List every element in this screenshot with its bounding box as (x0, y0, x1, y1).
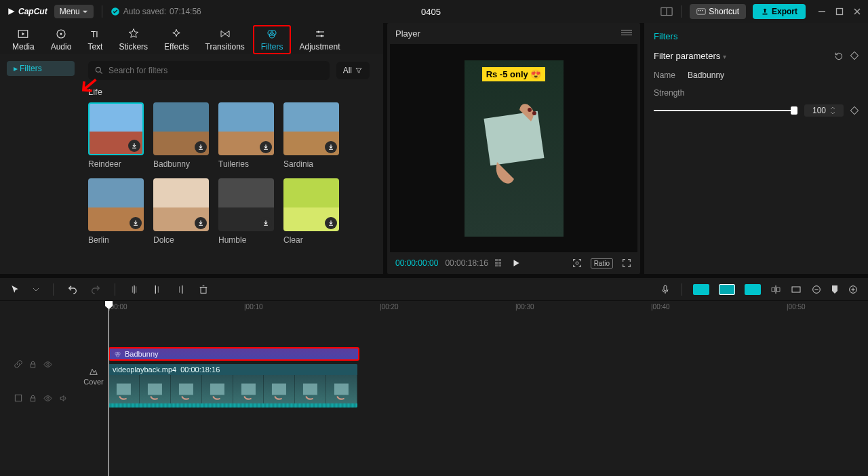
sidebar-item-filters[interactable]: ▸ Filters (7, 61, 75, 76)
shortcut-button[interactable]: Shortcut (690, 4, 746, 19)
tab-filters[interactable]: Filters (253, 25, 292, 54)
tab-transitions[interactable]: Transitions (197, 25, 253, 54)
track-mode1-icon[interactable] (693, 284, 709, 295)
split-left-icon[interactable] (152, 284, 163, 295)
ratio-button[interactable]: Ratio (591, 258, 613, 269)
download-icon[interactable] (260, 217, 272, 229)
maximize-icon[interactable] (835, 7, 844, 16)
delete-icon[interactable] (198, 284, 209, 295)
search-input[interactable] (88, 61, 330, 80)
zoom-out-icon[interactable] (811, 284, 822, 295)
filter-label: Clear (283, 235, 339, 245)
tab-adjustment[interactable]: Adjustment (291, 25, 348, 54)
export-button[interactable]: Export (753, 4, 806, 19)
minimize-icon[interactable] (818, 7, 826, 16)
mic-icon[interactable] (660, 284, 671, 295)
filter-card-clear[interactable]: Clear (283, 178, 339, 245)
filters-sidebar: ▸ Filters (0, 54, 81, 274)
svg-rect-9 (837, 9, 843, 15)
filter-card-sardinia[interactable]: Sardinia (283, 102, 339, 169)
svg-rect-70 (179, 384, 193, 395)
svg-rect-73 (272, 384, 286, 395)
lock-icon[interactable] (28, 360, 37, 369)
autosave-status: Auto saved: 07:14:56 (111, 7, 201, 16)
tab-text[interactable]: TIText (79, 25, 111, 54)
filter-card-dolce[interactable]: Dolce (153, 178, 209, 245)
timeline-filter-clip[interactable]: Badbunny (108, 347, 359, 361)
cover-button[interactable]: Cover (81, 365, 106, 386)
player-viewport[interactable]: Rs -5 only 😍 (390, 44, 637, 252)
filter-name-value: Badbunny (688, 71, 724, 80)
svg-rect-32 (495, 262, 498, 264)
download-icon[interactable] (325, 217, 337, 229)
svg-rect-39 (850, 106, 858, 114)
filter-card-berlin[interactable]: Berlin (88, 178, 144, 245)
chevron-down-icon[interactable] (33, 286, 39, 293)
preview-icon[interactable] (791, 284, 802, 295)
download-icon[interactable] (130, 217, 142, 229)
filter-params-panel: Filters Filter parameters ▾ Name Badbunn… (644, 23, 868, 274)
list-icon[interactable] (495, 259, 505, 267)
params-panel-tab[interactable]: Filters (654, 28, 859, 41)
split-icon[interactable] (129, 284, 140, 295)
ruler-mark: |00:30 (515, 303, 534, 311)
svg-rect-53 (776, 287, 780, 291)
mute-icon[interactable] (58, 394, 68, 403)
ruler-mark: |00:10 (244, 303, 263, 311)
download-icon[interactable] (325, 141, 337, 153)
link-icon[interactable] (14, 359, 23, 369)
playhead[interactable] (108, 301, 109, 476)
params-heading: Filter parameters (654, 51, 720, 61)
timeline-video-clip[interactable]: videoplayback.mp4 00:00:18:16 (108, 364, 357, 408)
undo-icon[interactable] (67, 284, 78, 295)
eye-icon[interactable] (43, 360, 53, 369)
tab-stickers[interactable]: Stickers (111, 25, 156, 54)
track-mode3-icon[interactable] (745, 284, 761, 295)
download-icon[interactable] (195, 217, 207, 229)
align-icon[interactable] (770, 284, 781, 295)
download-icon[interactable] (128, 140, 140, 152)
keyframe-diamond-icon[interactable] (850, 106, 859, 115)
filter-label: Tuileries (218, 159, 274, 169)
svg-rect-36 (498, 264, 501, 266)
filter-label: Sardinia (283, 159, 339, 169)
ruler-mark: |00:20 (380, 303, 399, 311)
filter-card-tuileries[interactable]: Tuileries (218, 102, 274, 169)
download-icon[interactable] (260, 141, 272, 153)
reset-icon[interactable] (834, 52, 844, 61)
timeline-ruler[interactable]: |00:00|00:10|00:20|00:30|00:40|00:50 (0, 301, 868, 315)
aspect-icon[interactable] (660, 7, 673, 16)
tab-audio[interactable]: Audio (43, 25, 80, 54)
svg-rect-62 (15, 395, 21, 401)
filter-card-reindeer[interactable]: Reindeer (88, 102, 144, 169)
titlebar: CapCut Menu Auto saved: 07:14:56 0405 Sh… (0, 0, 868, 23)
track-mode2-icon[interactable] (719, 284, 735, 295)
keyframe-icon[interactable] (850, 52, 859, 60)
play-icon[interactable] (511, 258, 521, 268)
strength-slider[interactable] (654, 110, 797, 111)
svg-rect-72 (241, 384, 255, 395)
pointer-icon[interactable] (9, 284, 20, 295)
player-menu-icon[interactable] (621, 28, 632, 37)
filter-all-button[interactable]: All (336, 62, 370, 79)
zoom-in-icon[interactable] (848, 284, 859, 295)
tab-media[interactable]: Media (4, 25, 43, 54)
fullscreen-icon[interactable] (621, 258, 632, 269)
lock-icon[interactable] (28, 394, 37, 403)
zoom-slider-thumb[interactable] (831, 285, 838, 294)
close-icon[interactable] (853, 7, 861, 16)
split-right-icon[interactable] (175, 284, 186, 295)
filter-card-badbunny[interactable]: Badbunny (153, 102, 209, 169)
scan-icon[interactable] (572, 258, 583, 269)
download-icon[interactable] (195, 141, 207, 153)
svg-point-64 (47, 397, 49, 399)
menu-button[interactable]: Menu (54, 5, 94, 18)
main-track-icon[interactable] (14, 393, 23, 403)
filter-label: Dolce (153, 235, 209, 245)
filter-card-humble[interactable]: Humble (218, 178, 274, 245)
eye-icon[interactable] (43, 394, 53, 403)
strength-value-input[interactable]: 100 (804, 104, 844, 117)
tab-effects[interactable]: Effects (156, 25, 197, 54)
redo-icon[interactable] (90, 284, 101, 295)
svg-point-14 (60, 33, 62, 35)
